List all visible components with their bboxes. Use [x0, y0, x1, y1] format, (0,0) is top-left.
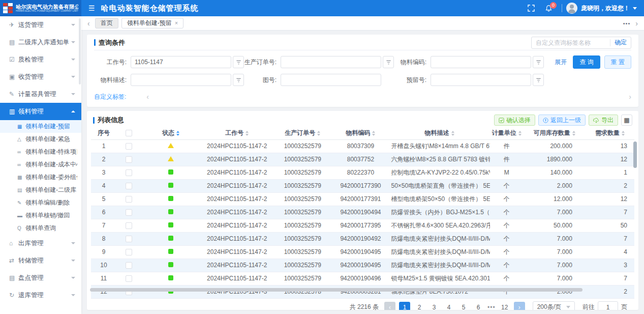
expand-link[interactable]: 展开: [555, 58, 567, 67]
table-row[interactable]: 32024HPC1105-1147-21000325257980222370控制…: [91, 166, 634, 179]
sort-icon[interactable]: [317, 131, 320, 136]
tabs-scroll-left-icon[interactable]: ‹: [85, 19, 92, 27]
sort-icon[interactable]: [622, 131, 625, 136]
row-checkbox[interactable]: [126, 209, 132, 216]
table-row[interactable]: 92024HPC1105-1147-2100032525799420001904…: [91, 245, 634, 259]
field-input[interactable]: [281, 56, 381, 68]
column-header-计量单位[interactable]: 计量单位: [490, 127, 524, 139]
table-row[interactable]: 122024HPC1105-1147-310003252578942000003…: [91, 285, 634, 298]
column-header-生产订单号[interactable]: 生产订单号: [273, 127, 332, 139]
sidebar-item-转储管理[interactable]: ⇄转储管理: [0, 252, 81, 269]
user-avatar[interactable]: [566, 3, 577, 14]
row-checkbox[interactable]: [126, 183, 132, 189]
sort-icon[interactable]: [451, 131, 454, 136]
pagination-next-icon[interactable]: ›: [514, 302, 525, 310]
row-checkbox[interactable]: [126, 222, 132, 229]
select-all-checkbox[interactable]: [126, 130, 132, 136]
sidebar-item-送货管理[interactable]: ✈送货管理: [0, 16, 81, 34]
column-header-状态[interactable]: 状态: [141, 127, 201, 139]
filter-icon[interactable]: [233, 74, 244, 86]
sort-icon[interactable]: [572, 131, 575, 136]
column-header-物料编码[interactable]: 物料编码: [332, 127, 389, 139]
row-checkbox[interactable]: [126, 236, 132, 242]
table-row[interactable]: 72024HPC1105-1147-2100032525799420001773…: [91, 219, 634, 232]
submenu-item-领料单创建-紧急[interactable]: △领料单创建-紧急: [0, 133, 81, 146]
row-checkbox[interactable]: [126, 143, 132, 150]
filter-icon[interactable]: [533, 74, 544, 86]
page-number-4[interactable]: 4: [443, 302, 454, 310]
sidebar-item-盘点管理[interactable]: ▤盘点管理: [0, 269, 81, 287]
vertical-scrollbar[interactable]: [633, 141, 637, 168]
column-header-可用库存数量[interactable]: 可用库存数量: [524, 127, 586, 139]
page-number-1[interactable]: 1: [399, 302, 410, 310]
column-settings-icon[interactable]: ▦: [621, 115, 632, 126]
table-row[interactable]: 112024HPC1105-1147-210003252579942000190…: [91, 272, 634, 285]
column-header-物料描述[interactable]: 物料描述: [389, 127, 489, 139]
page-number-2[interactable]: 2: [414, 302, 425, 310]
page-number-5[interactable]: 5: [458, 302, 469, 310]
submenu-item-领料单核销/撤回[interactable]: ▬领料单核销/撤回: [0, 209, 81, 222]
horizontal-scrollbar[interactable]: [90, 288, 582, 292]
sort-icon[interactable]: [176, 131, 179, 136]
fullscreen-icon[interactable]: [528, 5, 535, 12]
submenu-item-领料单创建-特殊项目[interactable]: ∞领料单创建-特殊项目: [0, 146, 81, 158]
sort-icon[interactable]: [518, 131, 522, 136]
row-checkbox[interactable]: [126, 262, 132, 269]
table-row[interactable]: 42024HPC1105-1147-2100032525799420001773…: [91, 179, 634, 192]
goto-page-input[interactable]: [598, 301, 618, 310]
row-checkbox[interactable]: [126, 275, 132, 282]
filter-icon[interactable]: [533, 56, 544, 68]
tab-首页[interactable]: 首页: [95, 18, 118, 28]
tag-confirm-button[interactable]: 确定: [615, 38, 627, 47]
submenu-item-领料单创建-委外组件[interactable]: ▩领料单创建-委外组件: [0, 171, 81, 184]
tags-scroll-right-icon[interactable]: ›: [629, 93, 631, 101]
row-checkbox[interactable]: [126, 156, 132, 163]
row-checkbox[interactable]: [126, 249, 132, 255]
table-row[interactable]: 62024HPC1105-1147-2100032525799420001904…: [91, 206, 634, 219]
tab-close-icon[interactable]: ×: [175, 18, 178, 28]
submenu-item-领料单创建-二级库[interactable]: ▤领料单创建-二级库: [0, 184, 81, 196]
notification-bell-icon[interactable]: 0: [545, 5, 553, 12]
submenu-item-领料单创建-成本中心[interactable]: ∞领料单创建-成本中心: [0, 158, 81, 171]
user-greeting[interactable]: 庞晓明，欢迎您！: [581, 4, 630, 13]
tabs-more-icon[interactable]: •••: [623, 20, 631, 26]
page-size-select[interactable]: 200条/页: [533, 301, 575, 310]
sidebar-item-出库管理[interactable]: ⌂出库管理: [0, 235, 81, 252]
user-menu-caret-icon[interactable]: [633, 7, 637, 10]
field-input[interactable]: [431, 74, 531, 86]
sidebar-item-质检管理[interactable]: ☑质检管理: [0, 51, 81, 68]
page-number-6[interactable]: 6: [473, 302, 484, 310]
pagination-prev-icon[interactable]: ‹: [384, 302, 395, 310]
filter-icon[interactable]: [383, 56, 394, 68]
sort-icon[interactable]: [246, 131, 249, 136]
column-header-需求数量[interactable]: 需求数量: [586, 127, 634, 139]
custom-tag-name-input[interactable]: [536, 39, 606, 46]
tab-领料单创建-预留[interactable]: 领料单创建-预留×: [121, 18, 183, 28]
pagination-ellipsis[interactable]: •••: [487, 304, 496, 310]
sidebar-collapse-icon[interactable]: ☰: [88, 4, 95, 12]
search-button[interactable]: 查 询: [573, 55, 600, 69]
back-to-parent-button[interactable]: 返回上一级: [538, 115, 586, 126]
sidebar-scrollbar[interactable]: [79, 18, 81, 84]
table-row[interactable]: 102024HPC1105-1147-210003252579942000190…: [91, 259, 634, 272]
table-row[interactable]: 52024HPC1105-1147-2100032525799420001773…: [91, 192, 634, 206]
column-header-checkbox[interactable]: [116, 127, 141, 139]
page-number-3[interactable]: 3: [428, 302, 440, 310]
table-row[interactable]: 22024HPC1105-1147-21000325257980037752六角…: [91, 153, 634, 166]
tabs-scroll-right-icon[interactable]: ›: [633, 19, 640, 27]
sidebar-item-退库管理[interactable]: ↻退库管理: [0, 287, 81, 304]
field-input[interactable]: [131, 56, 231, 68]
page-number-12[interactable]: 12: [499, 302, 510, 310]
column-header-工作号[interactable]: 工作号: [201, 127, 273, 139]
sidebar-item-二级库入库通知单[interactable]: ▤二级库入库通知单: [0, 34, 81, 51]
sidebar-item-计量器具管理[interactable]: ✎计量器具管理: [0, 85, 81, 103]
confirm-selection-button[interactable]: 确认选择: [494, 115, 535, 126]
sidebar-item-领料管理[interactable]: ▥领料管理: [0, 103, 81, 120]
filter-icon[interactable]: [233, 56, 244, 68]
table-row[interactable]: 12024HPC1105-1147-21000325257980037309开槽…: [91, 139, 634, 153]
submenu-item-领料单编辑/删除[interactable]: ✎领料单编辑/删除: [0, 196, 81, 209]
sort-icon[interactable]: [372, 131, 375, 136]
tags-scroll-left-icon[interactable]: ‹: [146, 93, 149, 101]
sidebar-item-收货管理[interactable]: ▣收货管理: [0, 68, 81, 85]
row-checkbox[interactable]: [126, 196, 132, 203]
